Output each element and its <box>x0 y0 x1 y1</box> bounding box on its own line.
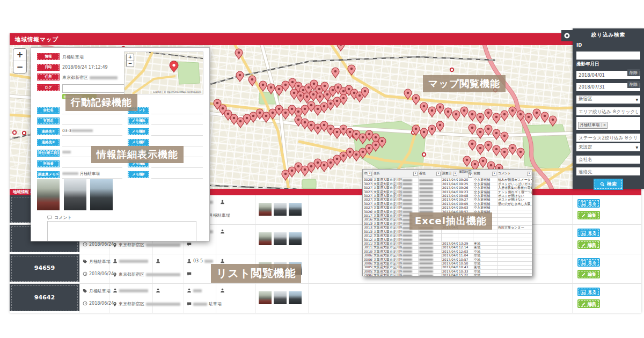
chip-remove-icon[interactable]: × <box>602 123 606 127</box>
person-icon <box>113 288 118 293</box>
excel-row[interactable]: 30271 大阪府大阪市淀川区 2017/04/0609:05空き家候補壁の穴が… <box>363 202 532 205</box>
view-button[interactable]: 見る <box>577 199 600 208</box>
minimap-zoom-control[interactable]: + − <box>126 54 134 67</box>
excel-column-header[interactable]: 番地▼ <box>419 170 442 178</box>
row-photos[interactable] <box>259 291 302 304</box>
edit-button[interactable]: 編集 <box>577 240 600 249</box>
site-photo[interactable] <box>37 179 60 210</box>
photo-thumbnail[interactable] <box>289 291 302 304</box>
map-circle-marker[interactable] <box>23 131 26 135</box>
company-input[interactable] <box>576 156 640 164</box>
excel-row[interactable]: 30280 大阪府大阪市淀川区 2017/04/0609:20空き家候補植木が繁… <box>363 178 532 182</box>
map-circle-marker[interactable] <box>450 68 453 71</box>
comment-textarea[interactable] <box>47 221 196 241</box>
excel-column-header[interactable]: 調査日▼ <box>442 170 458 178</box>
zoom-in-button[interactable]: + <box>127 54 134 61</box>
edit-button[interactable]: 編集 <box>577 211 600 219</box>
view-button[interactable]: 見る <box>577 258 600 267</box>
filter-dropdown-icon[interactable]: ▼ <box>492 172 496 176</box>
search-button[interactable]: 検索 <box>594 179 623 190</box>
photo-thumbnail[interactable] <box>274 232 287 245</box>
detail-field-input[interactable] <box>62 117 122 125</box>
log-select[interactable]: ▼ <box>62 84 133 93</box>
map-circle-marker[interactable] <box>13 131 16 134</box>
excel-column-header[interactable]: 住所▼ <box>373 170 419 178</box>
excel-row[interactable]: 30059 大阪府大阪市淀川区 2017/04/0510:43更地 <box>363 266 532 269</box>
edit-button[interactable]: 編集 <box>577 299 600 308</box>
filter-dropdown-icon[interactable]: ▼ <box>436 172 441 176</box>
detail-field-input[interactable] <box>151 139 203 146</box>
list-row[interactable]: 94659 月極駐車場 03-5 2018/06/24 東京都新宿区 見る 編集 <box>10 254 641 284</box>
zoom-in-button[interactable]: + <box>13 49 26 61</box>
excel-row[interactable]: 30130 大阪府大阪市淀川区 <box>363 230 532 233</box>
excel-row[interactable]: 30062 大阪府大阪市淀川区 2017/04/0510:50空地 <box>363 261 532 265</box>
status2-filter-input[interactable] <box>576 134 640 142</box>
excel-row[interactable]: 30274 大阪府大阪市淀川区 2017/04/0609:23空き家候補テント倒… <box>363 190 532 194</box>
redacted-text <box>71 129 93 132</box>
map-zoom-control[interactable]: + − <box>13 48 27 74</box>
excel-column-header[interactable]: ID▼ <box>363 170 373 178</box>
detail-field-input[interactable] <box>151 107 203 114</box>
status-select[interactable]: 未設定▼ <box>576 143 640 151</box>
zoom-out-button[interactable]: − <box>127 61 134 67</box>
excel-row[interactable]: 30273 大阪府大阪市淀川区 2017/04/0609:08空き家候補ポストが… <box>363 194 532 198</box>
excel-column-header[interactable]: 状態▼ <box>473 170 497 178</box>
photo-thumbnail[interactable] <box>274 203 287 216</box>
view-button[interactable]: 見る <box>577 288 600 296</box>
excel-column-header[interactable]: 撮影時間▼ <box>458 170 473 178</box>
view-button[interactable]: 見る <box>577 229 600 237</box>
photo-thumbnail[interactable] <box>289 232 302 245</box>
excel-row[interactable]: 30052 大阪府大阪市淀川区 2017/04/0510:33空地 <box>363 269 532 273</box>
excel-row[interactable]: 30277 大阪府大阪市淀川区 2017/04/0609:26空き家候補入居者募… <box>363 186 532 190</box>
filter-dropdown-icon[interactable]: ▼ <box>527 172 531 176</box>
photo-thumbnail[interactable] <box>259 232 272 245</box>
excel-row[interactable]: 30270 大阪府大阪市淀川区 2017/04/0609:03空き家候補 <box>363 206 532 210</box>
area-select[interactable]: 新宿区▼ <box>576 95 640 104</box>
status-chip-box[interactable]: 月極駐車場× <box>576 117 640 130</box>
site-photo[interactable] <box>64 179 86 210</box>
edit-button[interactable]: 編集 <box>577 270 600 278</box>
excel-column-header[interactable]: コメント▼ <box>497 170 532 178</box>
excel-row[interactable]: 30127 大阪府大阪市淀川区 <box>363 234 532 238</box>
excel-row[interactable]: 30067 大阪府大阪市淀川区 2017/04/0511:04空地 <box>363 254 532 258</box>
excel-row[interactable]: 30064 大阪府大阪市淀川区 2017/04/0510:57空地 <box>363 258 532 261</box>
excel-row[interactable]: 29966 大阪府大阪市淀川区 2017/04/0415:22空地 <box>363 274 532 276</box>
detail-field-input[interactable] <box>151 171 203 179</box>
detail-field-input[interactable] <box>151 117 203 125</box>
area-filter-input[interactable] <box>576 107 640 115</box>
filter-dropdown-icon[interactable]: ▼ <box>368 172 372 176</box>
date-from-clear-button[interactable]: 削除 <box>627 69 640 76</box>
list-row[interactable]: 94642 月極駐車場 2018/06/24 東京都新宿区 駐車場 見る 編集 <box>10 284 641 313</box>
filter-dropdown-icon[interactable]: ▼ <box>413 172 418 176</box>
detail-field-label: 会社名 <box>37 107 60 114</box>
detail-field-input[interactable]: 月極駐車場 <box>62 171 122 179</box>
sidebar-toggle[interactable] <box>561 30 573 41</box>
image-icon <box>581 201 586 206</box>
detail-field-input[interactable] <box>151 128 203 136</box>
filter-dropdown-icon[interactable]: ▼ <box>468 173 472 178</box>
app-title: 地域情報マップ <box>10 33 636 45</box>
detail-field-input[interactable] <box>62 139 122 146</box>
photo-thumbnail[interactable] <box>259 291 272 304</box>
excel-row[interactable]: 30106 大阪府大阪市淀川区 2017/04/0512:03空地 <box>363 249 532 253</box>
site-photo[interactable] <box>90 179 113 210</box>
detail-field-input[interactable]: 03-3 <box>62 128 122 136</box>
filter-dropdown-icon[interactable]: ▼ <box>453 172 457 176</box>
map-circle-marker[interactable] <box>422 153 426 156</box>
row-photos[interactable] <box>259 203 302 216</box>
id-input[interactable] <box>576 52 640 60</box>
excel-row[interactable]: 30278 大阪府大阪市淀川区 2017/04/0609:25空き家候補ポストが… <box>363 182 532 186</box>
excel-row[interactable]: 30113 大阪府大阪市淀川区 2017/04/0512:14更地 <box>363 246 532 249</box>
screenshot-stage: 地域情報マップ <box>0 0 644 338</box>
excel-row[interactable]: 30119 大阪府大阪市淀川区 2017/04/0513:29更地 <box>363 241 532 245</box>
zoom-out-button[interactable]: − <box>13 61 26 73</box>
excel-row[interactable]: 30123 大阪府大阪市淀川区 <box>363 238 532 241</box>
detail-minimap[interactable]: + − Leaflet | © OpenStreetMap contributo… <box>124 52 203 94</box>
photo-thumbnail[interactable] <box>259 203 272 216</box>
contact-input[interactable] <box>576 167 640 175</box>
photo-thumbnail[interactable] <box>289 203 302 216</box>
row-photos[interactable] <box>259 232 302 245</box>
photo-thumbnail[interactable] <box>274 291 287 304</box>
excel-row[interactable]: 30272 大阪府大阪市淀川区 2017/04/0609:27空き家候補ポストが… <box>363 198 532 202</box>
date-to-clear-button[interactable]: 削除 <box>627 81 640 88</box>
